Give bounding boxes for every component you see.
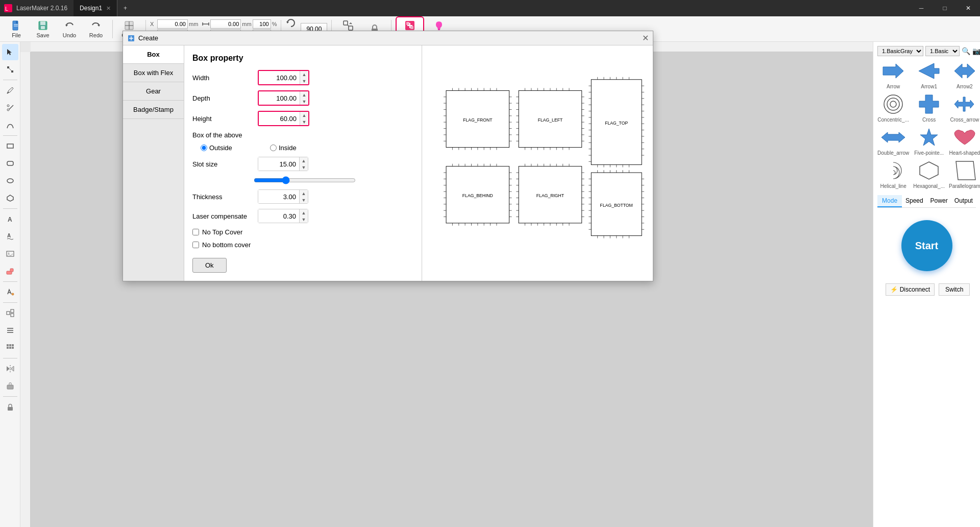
height-row: Height ▲ ▼	[192, 111, 413, 126]
height-input-group: ▲ ▼	[258, 111, 309, 126]
depth-spin: ▲ ▼	[300, 91, 308, 105]
slot-slider[interactable]	[254, 176, 356, 184]
no-top-cover-row: No Top Cover	[192, 228, 413, 236]
radio-inside[interactable]: Inside	[270, 144, 331, 152]
width-input[interactable]	[259, 71, 300, 84]
width-inc[interactable]: ▲	[300, 71, 308, 78]
flag-svg: FLAG_FRONT	[427, 51, 648, 276]
slot-size-label: Slot size	[192, 160, 254, 168]
tab-badge[interactable]: Badge/Stamp	[123, 101, 184, 119]
laser-inc[interactable]: ▲	[300, 209, 308, 216]
depth-inc[interactable]: ▲	[300, 91, 308, 98]
slot-input[interactable]	[258, 157, 299, 171]
height-input[interactable]	[259, 112, 300, 125]
width-label: Width	[192, 74, 254, 82]
tab-gear[interactable]: Gear	[123, 82, 184, 101]
thickness-input[interactable]	[258, 190, 299, 203]
create-dialog: Create ✕ Box Box with Flex Gear Badge/St…	[122, 31, 653, 281]
svg-text:FLAG_BOTTOM: FLAG_BOTTOM	[600, 203, 632, 208]
depth-row: Depth ▲ ▼	[192, 90, 413, 106]
svg-text:FLAG_LEFT: FLAG_LEFT	[537, 117, 562, 123]
laser-dec[interactable]: ▼	[300, 216, 308, 223]
width-dec[interactable]: ▼	[300, 78, 308, 84]
height-dec[interactable]: ▼	[300, 118, 308, 125]
dialog-overlay: Create ✕ Box Box with Flex Gear Badge/St…	[0, 0, 980, 527]
dialog-canvas: FLAG_FRONT	[422, 45, 653, 281]
laser-spin: ▲ ▼	[299, 209, 308, 223]
dialog-close-btn[interactable]: ✕	[642, 33, 649, 43]
box-above-label: Box of the above	[192, 131, 242, 139]
laser-comp-label: Laser compensate	[192, 212, 254, 220]
dialog-body: Box Box with Flex Gear Badge/Stamp Box p…	[123, 45, 653, 281]
box-above-row: Box of the above	[192, 131, 413, 139]
svg-text:FLAG_BEHIND: FLAG_BEHIND	[462, 193, 493, 198]
slot-spin: ▲ ▼	[299, 157, 308, 171]
laser-input-group: ▲ ▼	[258, 209, 308, 223]
slot-slider-row	[254, 176, 413, 184]
laser-comp-row: Laser compensate ▲ ▼	[192, 209, 413, 223]
dialog-form: Box property Width ▲ ▼ Depth	[184, 45, 422, 281]
depth-input[interactable]	[259, 91, 300, 105]
slot-size-row: Slot size ▲ ▼	[192, 157, 413, 171]
radio-row: Outside Inside	[201, 144, 413, 152]
thickness-dec[interactable]: ▼	[300, 197, 308, 203]
ok-btn-row: Ok	[192, 258, 413, 273]
width-spin: ▲ ▼	[300, 71, 308, 84]
radio-outside[interactable]: Outside	[201, 144, 262, 152]
width-row: Width ▲ ▼	[192, 70, 413, 85]
thickness-spin: ▲ ▼	[299, 190, 308, 203]
height-label: Height	[192, 115, 254, 123]
form-title: Box property	[192, 54, 413, 63]
slot-dec[interactable]: ▼	[300, 164, 308, 171]
svg-text:FLAG_FRONT: FLAG_FRONT	[463, 117, 493, 123]
dialog-icon	[127, 34, 135, 42]
dialog-title-bar: Create ✕	[123, 31, 653, 45]
depth-label: Depth	[192, 94, 254, 102]
ok-button[interactable]: Ok	[192, 258, 227, 273]
height-spin: ▲ ▼	[300, 112, 308, 125]
thickness-label: Thickness	[192, 193, 254, 201]
tab-box[interactable]: Box	[123, 45, 184, 64]
slot-inc[interactable]: ▲	[300, 157, 308, 164]
thickness-input-group: ▲ ▼	[258, 189, 308, 204]
dialog-tabs: Box Box with Flex Gear Badge/Stamp	[123, 45, 184, 281]
height-inc[interactable]: ▲	[300, 112, 308, 118]
laser-input[interactable]	[258, 209, 299, 223]
svg-text:FLAG_TOP: FLAG_TOP	[605, 121, 628, 126]
thickness-inc[interactable]: ▲	[300, 190, 308, 197]
thickness-row: Thickness ▲ ▼	[192, 189, 413, 204]
radio-group: Outside Inside	[201, 144, 331, 152]
no-bottom-cover-row: No bottom cover	[192, 241, 413, 249]
width-input-group: ▲ ▼	[258, 70, 309, 85]
no-top-cover-check[interactable]	[192, 229, 199, 235]
depth-input-group: ▲ ▼	[258, 90, 309, 106]
svg-text:FLAG_RIGHT: FLAG_RIGHT	[536, 193, 564, 198]
tab-box-flex[interactable]: Box with Flex	[123, 64, 184, 82]
no-bottom-cover-check[interactable]	[192, 242, 199, 248]
slot-input-group: ▲ ▼	[258, 157, 308, 171]
depth-dec[interactable]: ▼	[300, 98, 308, 105]
